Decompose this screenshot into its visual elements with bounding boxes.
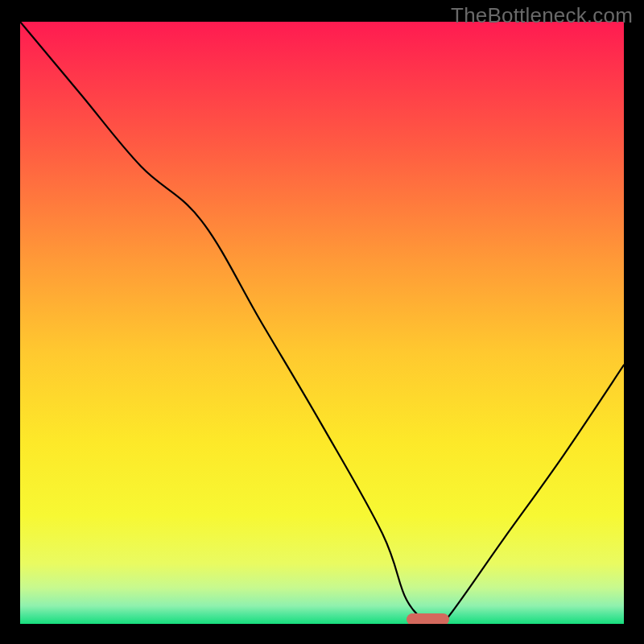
bottleneck-curve [20, 22, 624, 624]
chart-plot-area [20, 22, 624, 624]
watermark-text: TheBottleneck.com [451, 3, 633, 28]
optimum-marker [407, 613, 449, 624]
